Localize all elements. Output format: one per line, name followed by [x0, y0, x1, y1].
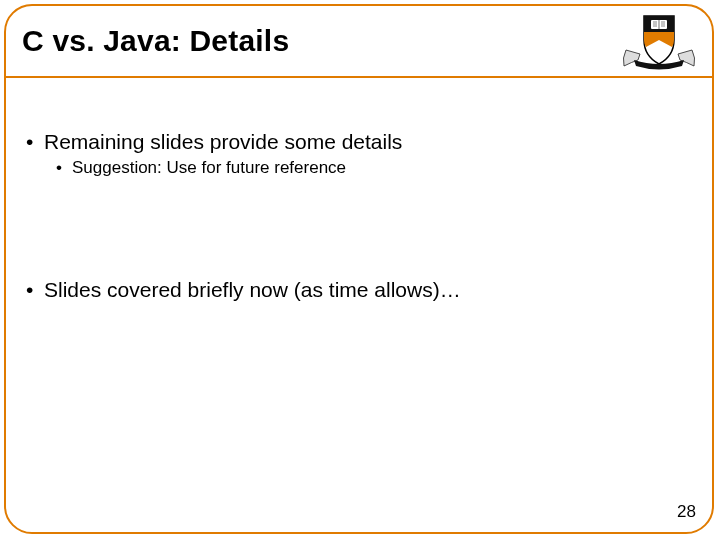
- bullet-text: Remaining slides provide some details: [44, 130, 402, 154]
- slide-title: C vs. Java: Details: [22, 24, 289, 58]
- page-number: 28: [677, 502, 696, 522]
- slide: C vs. Java: Details •: [0, 0, 720, 540]
- bullet-text: Suggestion: Use for future reference: [72, 158, 346, 178]
- bullet-dot-icon: •: [26, 130, 44, 154]
- bullet-level2: • Suggestion: Use for future reference: [56, 158, 694, 178]
- bullet-text: Slides covered briefly now (as time allo…: [44, 278, 461, 302]
- bullet-level1: • Remaining slides provide some details: [26, 130, 694, 154]
- bullet-dot-icon: •: [26, 278, 44, 302]
- bullet-dot-icon: •: [56, 158, 72, 178]
- title-divider: [6, 76, 712, 78]
- princeton-shield-logo: [620, 10, 698, 72]
- bullet-level1: • Slides covered briefly now (as time al…: [26, 278, 694, 302]
- spacer: [26, 178, 694, 278]
- slide-body: • Remaining slides provide some details …: [26, 130, 694, 306]
